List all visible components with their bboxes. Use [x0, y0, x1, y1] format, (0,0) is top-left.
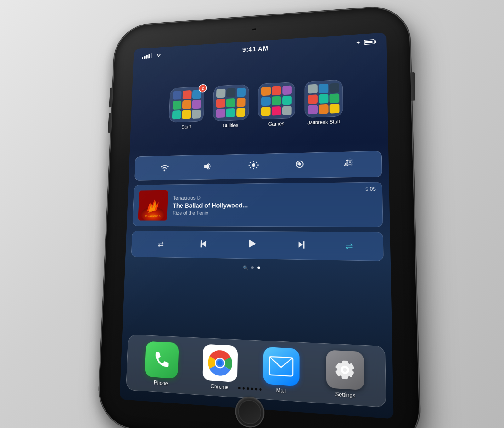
game-app-7: [261, 107, 271, 116]
apps-area: 2 Stuff: [129, 49, 388, 158]
util-app-4: [216, 99, 225, 108]
home-button-inner: [238, 399, 261, 425]
mail-app-icon[interactable]: [263, 347, 300, 386]
power-button[interactable]: [410, 72, 415, 101]
games-label: Games: [268, 121, 284, 127]
svg-point-10: [299, 163, 300, 165]
folder-stuff-icon[interactable]: [169, 87, 204, 123]
volume-toggle[interactable]: [203, 161, 214, 173]
jb-app-9: [330, 104, 340, 114]
jailbreak-label: Jailbreak Stuff: [307, 119, 340, 126]
dock-chrome-app[interactable]: Chrome: [202, 344, 238, 391]
jb-app-5: [319, 94, 329, 104]
game-app-6: [282, 96, 292, 105]
shuffle-button[interactable]: ⇌: [345, 241, 353, 252]
volume-down-button[interactable]: [108, 113, 112, 133]
status-time: 9:41 AM: [242, 44, 268, 54]
util-app-9: [236, 108, 245, 117]
folder-games-icon[interactable]: [258, 82, 295, 119]
game-app-2: [272, 86, 281, 95]
util-app-6: [237, 98, 246, 107]
play-button[interactable]: [244, 237, 258, 253]
track-album: Rize of the Fenix: [172, 210, 376, 216]
signal-area: [142, 52, 162, 59]
wifi-toggle[interactable]: [159, 162, 170, 174]
battery-fill: [365, 41, 372, 43]
repeat-button[interactable]: ⇄: [157, 239, 164, 249]
battery-indicator: [364, 39, 376, 45]
phone-app-icon[interactable]: [145, 341, 179, 379]
game-app-5: [272, 96, 281, 105]
game-app-4: [261, 97, 270, 106]
rotation-lock-toggle[interactable]: [295, 159, 305, 172]
mini-app-8: [182, 110, 191, 119]
settings-app-label: Settings: [335, 391, 355, 399]
speaker-hole-4: [251, 388, 253, 390]
speaker-hole-3: [247, 387, 249, 390]
mini-app-5: [182, 100, 191, 109]
mini-app-6: [192, 100, 201, 109]
track-time: 5:05: [365, 186, 376, 192]
signal-bar-2: [144, 56, 146, 58]
player-controls: ⇄: [131, 231, 383, 261]
folder-stuff[interactable]: 2 Stuff: [169, 87, 205, 130]
track-artist: Tenacious D: [173, 193, 376, 201]
jb-app-1: [308, 84, 318, 94]
speaker-hole-2: [243, 387, 245, 390]
right-status-area: ✦: [356, 38, 376, 46]
folder-jailbreak[interactable]: Jailbreak Stuff: [305, 80, 343, 126]
util-app-2: [226, 88, 236, 97]
chrome-app-icon[interactable]: [202, 344, 238, 382]
battery-tip: [375, 40, 376, 43]
page-dot-1: [251, 266, 254, 269]
page-dots: 🔍: [131, 263, 384, 272]
chrome-app-label: Chrome: [210, 383, 229, 391]
mini-app-4: [173, 100, 181, 110]
svg-point-11: [349, 161, 351, 163]
next-track-button[interactable]: [295, 240, 306, 251]
folder-jailbreak-icon[interactable]: [305, 80, 343, 118]
folder-utilities[interactable]: Utilities: [212, 84, 249, 129]
utilities-label: Utilities: [223, 123, 238, 129]
settings-app-icon[interactable]: [326, 350, 364, 390]
search-page-dot: 🔍: [243, 265, 247, 270]
folder-games[interactable]: Games: [258, 82, 295, 127]
now-playing-card: 5:05: [132, 182, 383, 227]
volume-up-button[interactable]: [109, 87, 113, 107]
util-app-3: [237, 88, 246, 97]
mini-app-2: [183, 90, 192, 99]
svg-rect-17: [201, 240, 202, 247]
dock: Phone: [126, 334, 386, 408]
speaker-hole-6: [259, 388, 261, 391]
screen-content: 9:41 AM ✦: [120, 32, 394, 419]
prev-track-button[interactable]: [198, 239, 209, 250]
jb-app-3: [329, 83, 339, 93]
signal-bar-5: [151, 53, 152, 58]
game-app-1: [261, 87, 271, 96]
svg-line-5: [250, 162, 251, 163]
brightness-toggle[interactable]: [248, 160, 259, 172]
speaker-hole-5: [255, 388, 257, 390]
util-app-7: [216, 109, 225, 118]
util-app-1: [216, 89, 226, 98]
mail-app-label: Mail: [276, 387, 286, 394]
folder-utilities-icon[interactable]: [213, 84, 249, 121]
dock-phone-app[interactable]: Phone: [144, 341, 179, 387]
svg-text:TENACIOUS D: TENACIOUS D: [145, 215, 161, 217]
scene: 9:41 AM ✦: [0, 0, 504, 428]
headphone-jack: [252, 28, 257, 31]
dock-mail-app[interactable]: Mail: [263, 347, 299, 395]
speaker-hole-1: [238, 387, 240, 389]
signal-bar-1: [142, 57, 143, 59]
hotspot-toggle[interactable]: [341, 158, 353, 171]
jb-app-8: [319, 104, 329, 114]
signal-bar-3: [146, 55, 148, 58]
util-app-5: [226, 98, 235, 107]
album-art: TENACIOUS D: [138, 190, 168, 221]
page-dot-2-active: [257, 266, 260, 269]
wifi-status-icon: [155, 52, 162, 59]
bluetooth-icon: ✦: [356, 39, 361, 46]
game-app-9: [282, 106, 292, 115]
jb-app-6: [329, 93, 339, 103]
dock-settings-app[interactable]: Settings: [326, 350, 364, 399]
